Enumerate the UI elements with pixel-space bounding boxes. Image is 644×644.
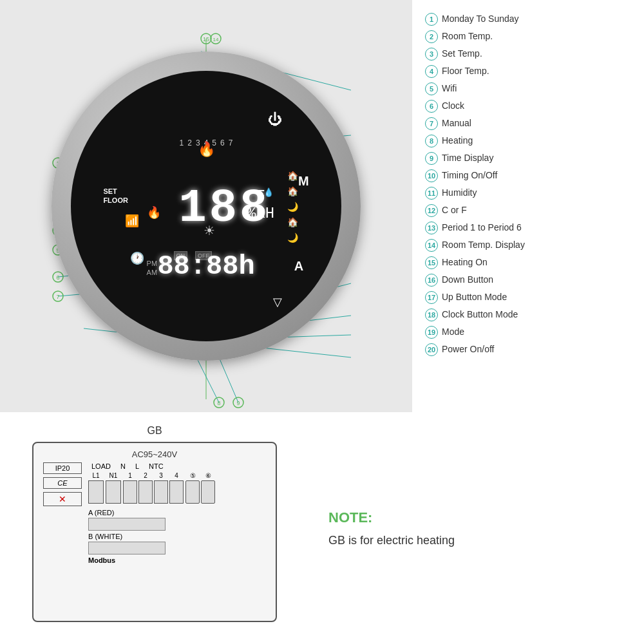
legend-num: 1 bbox=[425, 13, 438, 26]
legend-item: 15 Heating On bbox=[425, 256, 638, 269]
svg-line-9 bbox=[196, 357, 219, 402]
legend-item: 18 Clock Button Mode bbox=[425, 308, 638, 321]
ce-symbol: CE bbox=[43, 477, 82, 489]
svg-point-37 bbox=[201, 33, 211, 44]
svg-point-39 bbox=[211, 33, 221, 44]
cross-symbol: ✕ bbox=[43, 492, 82, 506]
note-panel: NOTE: GB is for electric heating bbox=[309, 419, 644, 638]
power-icon[interactable]: ⏻ bbox=[268, 111, 282, 128]
set-floor-label: SET FLOOR bbox=[103, 187, 128, 204]
heating-flame-icon: 🔥 bbox=[198, 141, 215, 158]
legend-item: 7 Manual bbox=[425, 117, 638, 130]
modbus-label: Modbus bbox=[88, 556, 266, 564]
n-label: N bbox=[120, 462, 126, 470]
legend-item: 2 Room Temp. bbox=[425, 30, 638, 43]
legend-num: 15 bbox=[425, 256, 438, 269]
clock-button-icon[interactable]: 🕐 bbox=[130, 251, 144, 265]
svg-text:14: 14 bbox=[213, 37, 219, 43]
thermostat-display: 1 2 3 4 5 6 7 🔥 ⏻ M SET FLOOR bbox=[71, 71, 341, 341]
terminal-l1 bbox=[88, 480, 104, 504]
wiring-diagram-area: GB AC95~240V IP20 CE ✕ LOAD N L NTC bbox=[0, 419, 309, 638]
legend-num: 16 bbox=[425, 274, 438, 287]
legend-text: Heating bbox=[442, 135, 473, 146]
terminal-4 bbox=[169, 480, 184, 504]
schedule-icon-4: 🏠 bbox=[287, 217, 298, 227]
legend-text: Room Temp. bbox=[442, 30, 493, 42]
terminal-n1 bbox=[106, 480, 121, 504]
legend-item: 8 Heating bbox=[425, 135, 638, 147]
b-white-label: B (WHITE) bbox=[88, 533, 266, 540]
svg-point-35 bbox=[233, 397, 243, 408]
schedule-icon-5: 🌙 bbox=[287, 232, 298, 243]
right-icon-column: 🏠 🏠 🌙 🏠 🌙 bbox=[287, 171, 298, 243]
wifi-icon: 📶 bbox=[125, 214, 139, 228]
terminal-3 bbox=[154, 480, 168, 504]
legend-item: 19 Mode bbox=[425, 326, 638, 339]
svg-text:7: 7 bbox=[56, 294, 59, 300]
legend-panel: 1 Monday To Sunday 2 Room Temp. 3 Set Te… bbox=[412, 0, 644, 412]
wiring-diagram: AC95~240V IP20 CE ✕ LOAD N L NTC bbox=[32, 442, 277, 622]
thermostat-outer-ring: 1 2 3 4 5 6 7 🔥 ⏻ M SET FLOOR bbox=[52, 52, 361, 361]
legend-num: 6 bbox=[425, 100, 438, 113]
schedule-icon-1: 🏠 bbox=[287, 171, 298, 181]
a-red-label: A (RED) bbox=[88, 509, 266, 516]
legend-text: Monday To Sunday bbox=[442, 13, 519, 24]
legend-num: 11 bbox=[425, 187, 438, 200]
legend-text: Power On/off bbox=[442, 343, 494, 355]
svg-point-33 bbox=[214, 397, 224, 408]
thermostat-panel: 1 2 3 4 5 6 7 8 9 15 14 bbox=[0, 0, 412, 412]
legend-item: 5 Wifi bbox=[425, 82, 638, 95]
down-button-icon[interactable]: ▽ bbox=[273, 295, 282, 309]
terminal-2 bbox=[138, 480, 153, 504]
l-label: L bbox=[135, 462, 139, 470]
legend-text: Mode bbox=[442, 326, 464, 337]
n1-label: N1 bbox=[109, 472, 118, 479]
schedule-icon-2: 🏠 bbox=[287, 186, 298, 196]
legend-item: 10 Timing On/Off bbox=[425, 169, 638, 182]
flame-icon: 🔥 bbox=[147, 205, 161, 220]
legend-num: 3 bbox=[425, 48, 438, 61]
legend-item: 1 Monday To Sunday bbox=[425, 13, 638, 26]
legend-item: 17 Up Button Mode bbox=[425, 291, 638, 304]
legend-num: 13 bbox=[425, 222, 438, 234]
svg-point-31 bbox=[53, 291, 63, 301]
legend-num: 12 bbox=[425, 204, 438, 217]
legend-num: 19 bbox=[425, 326, 438, 339]
legend-item: 13 Period 1 to Period 6 bbox=[425, 222, 638, 234]
note-text: GB is for electric heating bbox=[328, 534, 625, 547]
legend-num: 2 bbox=[425, 30, 438, 43]
l1-label: L1 bbox=[92, 472, 99, 479]
legend-item: 16 Down Button bbox=[425, 274, 638, 287]
load-label: LOAD bbox=[91, 462, 111, 470]
legend-item: 12 C or F bbox=[425, 204, 638, 217]
legend-num: 17 bbox=[425, 291, 438, 304]
legend-num: 5 bbox=[425, 82, 438, 95]
svg-text:15: 15 bbox=[203, 36, 209, 43]
legend-num: 20 bbox=[425, 343, 438, 356]
svg-text:6: 6 bbox=[56, 274, 59, 281]
legend-item: 3 Set Temp. bbox=[425, 48, 638, 61]
note-title: NOTE: bbox=[328, 509, 625, 526]
legend-text: Time Display bbox=[442, 152, 493, 164]
pm-am-indicator: PM AM bbox=[147, 260, 158, 276]
manual-mode-icon[interactable]: M bbox=[298, 174, 309, 189]
legend-num: 10 bbox=[425, 169, 438, 182]
legend-text: Period 1 to Period 6 bbox=[442, 222, 522, 233]
humidity-icon: 💧 bbox=[263, 187, 274, 197]
svg-text:8: 8 bbox=[217, 400, 220, 406]
legend-item: 11 Humidity bbox=[425, 187, 638, 200]
ip20-symbol: IP20 bbox=[43, 462, 82, 474]
legend-text: Timing On/Off bbox=[442, 169, 497, 181]
wiring-gb-label: GB bbox=[147, 425, 162, 437]
terminal-5 bbox=[185, 480, 200, 504]
legend-num: 4 bbox=[425, 65, 438, 78]
svg-point-29 bbox=[53, 272, 63, 282]
legend-num: 9 bbox=[425, 152, 438, 165]
legend-num: 7 bbox=[425, 117, 438, 130]
sun-icon: ☀ bbox=[204, 223, 215, 238]
terminal-1 bbox=[123, 480, 137, 504]
legend-text: Wifi bbox=[442, 82, 457, 94]
up-button-icon[interactable]: A bbox=[294, 259, 303, 274]
legend-text: Clock bbox=[442, 100, 464, 111]
legend-item: 20 Power On/off bbox=[425, 343, 638, 356]
